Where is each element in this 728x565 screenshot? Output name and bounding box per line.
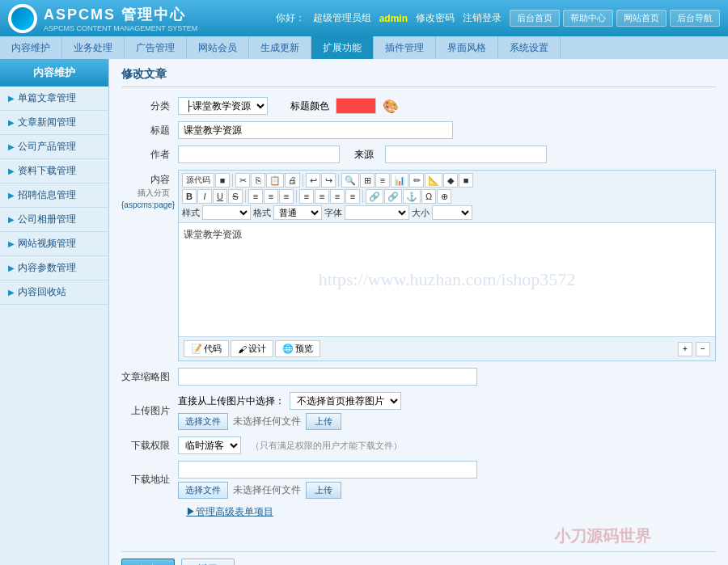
tb-ul[interactable]: ≡ [264,189,278,204]
sidebar-item-products[interactable]: ▶ 公司产品管理 [0,135,108,159]
logo-text: ASPCMS 管理中心 ASPCMS CONTENT MANAGEMENT SY… [44,5,197,32]
arrow-icon-8: ▶ [8,288,15,297]
nav-members[interactable]: 网站会员 [187,36,249,59]
tb-chart[interactable]: 📊 [391,173,408,188]
tb-link[interactable]: 🔗 [366,189,383,204]
download-perm-select[interactable]: 临时游客 [178,436,241,454]
title-label: 标题 [121,124,178,137]
tb-ol[interactable]: ≡ [248,189,263,204]
color-box[interactable] [336,98,376,114]
change-pwd-link[interactable]: 修改密码 [416,11,455,25]
size-select[interactable] [432,205,472,220]
download-addr-input[interactable] [178,461,477,479]
author-input[interactable] [178,145,340,163]
btn-help-center[interactable]: 帮助中心 [563,10,613,27]
tb-indent[interactable]: ≡ [279,189,294,204]
tb-undo[interactable]: ↩ [306,173,320,188]
tb-underline[interactable]: U [213,189,227,204]
preview-icon: 🌐 [282,344,294,354]
thumbnail-label: 文章缩略图 [121,370,178,384]
nav-generate[interactable]: 生成更新 [249,36,311,59]
nav-extend[interactable]: 扩展功能 [311,36,374,59]
tb-cut[interactable]: ✂ [235,173,250,188]
title-content: 课堂教学资源 [178,121,716,139]
sidebar-item-recruit[interactable]: ▶ 招聘信息管理 [0,183,108,208]
btn-backend-home[interactable]: 后台首页 [510,10,560,27]
tb-strike[interactable]: S [228,189,243,204]
nav-settings[interactable]: 系统设置 [498,36,561,59]
sidebar-item-video[interactable]: ▶ 网站视频管理 [0,232,108,256]
sidebar-item-single[interactable]: ▶ 单篇文章管理 [0,86,108,111]
nav-business[interactable]: 业务处理 [62,36,125,59]
sidebar-item-album[interactable]: ▶ 公司相册管理 [0,208,108,232]
thumbnail-input[interactable] [178,368,477,386]
tb-align-right[interactable]: ≡ [330,189,345,204]
title-input[interactable] [178,121,453,139]
tb-more[interactable]: ⊕ [437,189,451,204]
style-select[interactable] [202,205,251,220]
format-select[interactable]: 普通 [273,205,322,220]
nav-ads[interactable]: 广告管理 [125,36,187,59]
upload-select[interactable]: 不选择首页推荐图片 [290,392,401,410]
sidebar-item-params[interactable]: ▶ 内容参数管理 [0,256,108,280]
category-content: ├课堂教学资源 标题颜色 🎨 [178,97,716,115]
advanced-link[interactable]: ▶管理高级表单项目 [186,505,273,519]
download-perm-content: 临时游客 （只有满足权限的用户才能下载文件） [178,436,716,454]
btn-site-home[interactable]: 网站首页 [616,10,667,27]
tb-list[interactable]: ≡ [375,173,390,188]
thumbnail-row: 文章缩略图 [121,368,716,386]
tb-find[interactable]: 🔍 [341,173,359,188]
download-perm-note: （只有满足权限的用户才能下载文件） [251,440,402,452]
save-button[interactable]: 保存 [121,559,175,565]
tb-sep6 [362,190,363,203]
tab-design[interactable]: 🖌 设计 [231,340,273,357]
tb-align-left[interactable]: ≡ [299,189,314,204]
tb-source[interactable]: 源代码 [182,173,214,188]
tb-edit[interactable]: ✏ [409,173,424,188]
tb-table[interactable]: ⊞ [360,173,375,188]
title-row: 标题 课堂教学资源 [121,121,716,139]
tb-copy[interactable]: ⎘ [251,173,265,188]
tb-redo[interactable]: ↪ [321,173,336,188]
editor-expand-btn[interactable]: + [678,342,692,356]
back-button[interactable]: 返回 [181,559,235,565]
category-select[interactable]: ├课堂教学资源 [178,97,268,115]
tb-newdoc[interactable]: ■ [215,173,230,188]
tb-rule[interactable]: 📐 [425,173,442,188]
logout-link[interactable]: 注销登录 [463,11,502,25]
tb-print[interactable]: 🖨 [285,173,300,188]
tb-italic[interactable]: I [197,189,212,204]
font-select[interactable] [345,205,409,220]
sidebar-item-recycle[interactable]: ▶ 内容回收站 [0,280,108,305]
tab-code[interactable]: 📝 代码 [184,340,229,357]
logo-icon-inner [11,7,34,30]
source-input[interactable] [385,145,547,163]
tb-block[interactable]: ■ [459,173,473,188]
nav-content[interactable]: 内容维护 [0,36,62,59]
btn-backend-nav[interactable]: 后台导航 [670,10,720,27]
content-label: 内容 插入分页 {aspcms:page} [121,170,178,210]
tb-align-justify[interactable]: ≡ [345,189,360,204]
sidebar-item-downloads[interactable]: ▶ 资料下载管理 [0,159,108,183]
style-label: 样式 [182,207,200,219]
tb-paste[interactable]: 📋 [266,173,284,188]
download-upload-btn[interactable]: 上传 [306,482,341,499]
tb-special[interactable]: Ω [421,189,436,204]
color-picker-icon[interactable]: 🎨 [383,99,399,114]
upload-choose-btn[interactable]: 选择文件 [178,413,228,430]
nav-theme[interactable]: 界面风格 [436,36,498,59]
logo-sub: ASPCMS CONTENT MANAGEMENT SYSTEM [44,24,197,32]
tb-shape[interactable]: ◆ [443,173,458,188]
tb-bold[interactable]: B [182,189,197,204]
editor-content[interactable]: 课堂教学资源 https://www.huzhan.com/ishop3572 [179,223,715,336]
download-choose-btn[interactable]: 选择文件 [178,482,228,499]
editor-shrink-btn[interactable]: − [696,342,710,356]
tb-align-center[interactable]: ≡ [315,189,329,204]
thumbnail-content [178,368,716,386]
nav-plugins[interactable]: 插件管理 [374,36,436,59]
tab-preview[interactable]: 🌐 预览 [275,340,320,357]
upload-submit-btn[interactable]: 上传 [306,413,341,430]
sidebar-item-news[interactable]: ▶ 文章新闻管理 [0,111,108,135]
tb-unlink[interactable]: 🔗 [384,189,402,204]
tb-anchor[interactable]: ⚓ [403,189,421,204]
